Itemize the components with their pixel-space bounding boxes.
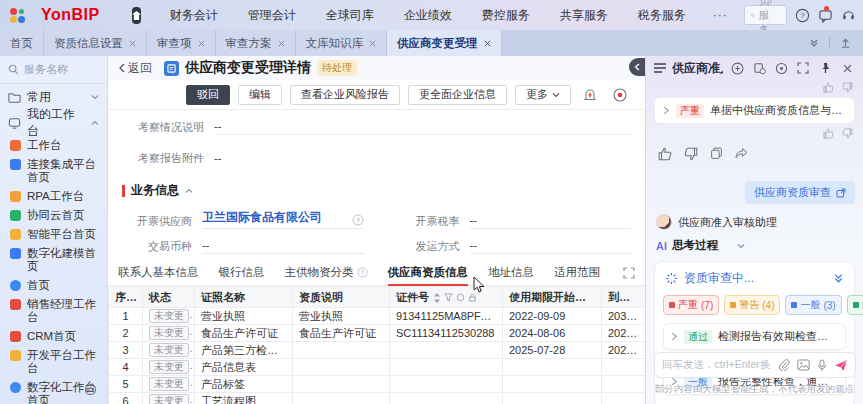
sidebar-item-collab-cloud[interactable]: 协同云首页	[0, 206, 107, 225]
more-button[interactable]: 更多	[515, 85, 571, 105]
menu-icon[interactable]	[654, 63, 666, 73]
risk-report-button[interactable]: 查看企业风险报告	[290, 85, 400, 105]
table-row[interactable]: 6 未变更 工艺流程图	[109, 393, 646, 404]
col-end-date[interactable]: 到期日	[602, 287, 646, 308]
record-target-icon[interactable]	[609, 84, 631, 106]
nav-item-finance[interactable]: 财务会计	[159, 7, 229, 24]
sidebar-item-crm[interactable]: CRM首页	[0, 327, 107, 346]
thumb-up-icon[interactable]	[823, 82, 834, 93]
tab-review-plan[interactable]: 审查方案	[216, 30, 296, 56]
reject-button[interactable]: 驳回	[186, 85, 230, 105]
panel-collapse-toggle[interactable]	[629, 58, 645, 76]
nav-more-icon[interactable]: ···	[705, 8, 736, 22]
microphone-icon[interactable]	[817, 359, 827, 372]
pin-icon[interactable]	[817, 60, 833, 76]
edit-button[interactable]: 编辑	[238, 85, 282, 105]
thumb-up-icon[interactable]	[823, 128, 834, 139]
sidebar-search-input[interactable]: 服务名称	[0, 56, 107, 84]
close-panel-icon[interactable]	[839, 60, 855, 76]
finding-card-passed[interactable]: 通过 检测报告有效期检查，如果没有...	[663, 323, 846, 350]
nav-item-expense[interactable]: 费控服务	[471, 7, 541, 24]
question-circle-icon[interactable]: ?	[352, 214, 364, 226]
share-icon[interactable]	[735, 147, 748, 160]
col-start-date[interactable]: 使用期限开始日期	[503, 287, 602, 308]
col-state[interactable]: 状态	[143, 287, 195, 308]
table-row[interactable]: 1 未变更 营业执照营业执照 91341125MA8PFAM46B2022-09…	[109, 308, 646, 325]
back-button[interactable]: 返回	[118, 60, 152, 77]
help-icon[interactable]: ?	[795, 2, 810, 28]
badge-severe[interactable]: 严重(7)	[663, 295, 719, 315]
new-chat-icon[interactable]	[729, 60, 745, 76]
sidebar-item-workbench[interactable]: 工作台	[0, 136, 107, 155]
table-row[interactable]: 4 未变更 产品信息表	[109, 359, 646, 376]
col-cert-name[interactable]: 证照名称	[195, 287, 293, 308]
qualification-review-button[interactable]: 供应商资质审查	[745, 181, 855, 204]
send-icon[interactable]	[834, 359, 848, 372]
sidebar-item-dev-platform[interactable]: 开发平台工作台	[0, 346, 107, 378]
col-seq[interactable]: 序号	[109, 287, 143, 308]
sidebar-item-sales-manager[interactable]: 销售经理工作台	[0, 295, 107, 327]
nav-item-tax[interactable]: 税务服务	[627, 7, 697, 24]
table-row[interactable]: 3 未变更 产品第三方检测报告 2025-07-282026-07-28	[109, 342, 646, 359]
image-icon[interactable]	[797, 359, 810, 371]
attachment-icon[interactable]	[778, 359, 790, 371]
field-value-inspection-attachment[interactable]: --	[214, 152, 631, 166]
share-up-icon[interactable]	[840, 38, 851, 49]
col-qual-desc[interactable]: 资质说明	[293, 287, 390, 308]
thumb-down-icon[interactable]	[842, 82, 853, 93]
tab-review-item[interactable]: 审查项	[147, 30, 216, 56]
subtab-applicable-scope[interactable]: 适用范围	[554, 260, 600, 286]
chevron-double-down-icon[interactable]	[833, 273, 844, 284]
sidebar-item-home[interactable]: 首页	[0, 276, 107, 295]
sidebar-item-integration[interactable]: 连接集成平台首页	[0, 155, 107, 187]
sidebar-item-digital-modeling[interactable]: 数字化建模首页	[0, 244, 107, 276]
nav-item-treasury[interactable]: 全球司库	[315, 7, 385, 24]
section-business-info[interactable]: 业务信息	[122, 182, 631, 199]
field-value-inspection-note[interactable]: --	[214, 120, 631, 135]
support-headset-icon[interactable]	[841, 2, 856, 28]
nav-item-performance[interactable]: 企业绩效	[393, 7, 463, 24]
thumb-down-icon[interactable]	[684, 147, 698, 161]
message-icon[interactable]	[818, 2, 833, 28]
tab-qualification-settings[interactable]: 资质信息设置	[44, 30, 147, 56]
sidebar-group-workbench[interactable]: 我的工作台	[0, 110, 107, 136]
sidebar-settings-gear-icon[interactable]	[84, 383, 97, 396]
thumb-up-icon[interactable]	[658, 147, 672, 161]
nav-item-management[interactable]: 管理会计	[237, 7, 307, 24]
expand-icon[interactable]	[795, 60, 811, 76]
home-icon[interactable]	[132, 7, 141, 24]
field-value-tax-rate[interactable]: --	[470, 214, 632, 229]
global-search-input[interactable]: 人员/服务等	[744, 5, 787, 25]
sidebar-item-rpa[interactable]: RPA工作台	[0, 187, 107, 206]
badge-normal[interactable]: 一般(3)	[785, 295, 841, 315]
target-icon[interactable]	[773, 60, 789, 76]
ai-thinking-toggle[interactable]: AI 思考过程	[646, 234, 863, 255]
subtab-contact-info[interactable]: 联系人基本信息	[118, 260, 199, 286]
enterprise-info-button[interactable]: 更全面企业信息	[408, 85, 507, 105]
history-icon[interactable]	[751, 60, 767, 76]
thumb-down-icon[interactable]	[842, 128, 853, 139]
subtab-address-info[interactable]: 地址信息	[488, 260, 534, 286]
tab-home[interactable]: 首页	[0, 30, 44, 56]
tab-supplier-change[interactable]: 供应商变更受理	[387, 30, 502, 56]
col-cert-no[interactable]: 证件号	[390, 287, 503, 308]
copy-icon[interactable]	[710, 147, 723, 160]
supplier-link[interactable]: 卫兰国际食品有限公司	[202, 209, 346, 226]
subtab-qualification-info[interactable]: 供应商资质信息	[388, 260, 469, 286]
badge-warning[interactable]: 警告(4)	[724, 295, 780, 315]
chevron-double-down-icon[interactable]	[809, 38, 819, 48]
finding-card-severe[interactable]: 严重 单据中供应商资质信息与对应附...	[654, 97, 855, 124]
nav-item-shared[interactable]: 共享服务	[549, 7, 619, 24]
chat-input[interactable]: 回车发送，ctrl+Enter换行	[654, 352, 856, 378]
badge-passed[interactable]: 通过(6)	[847, 295, 863, 315]
table-row[interactable]: 5 未变更 产品标签	[109, 376, 646, 393]
fullscreen-icon[interactable]	[623, 267, 635, 279]
alert-bell-icon[interactable]	[579, 84, 601, 106]
field-value-shipping[interactable]: --	[470, 239, 632, 254]
subtab-bank-info[interactable]: 银行信息	[219, 260, 265, 286]
field-value-currency[interactable]: --	[202, 239, 364, 254]
tab-knowledge-base[interactable]: 文库知识库	[296, 30, 388, 56]
sidebar-item-ai-platform[interactable]: 智能平台首页	[0, 225, 107, 244]
table-row[interactable]: 2 未变更 食品生产许可证食品生产许可证 SC11134112530288202…	[109, 325, 646, 342]
subtab-material-category[interactable]: 主供物资分类 ?	[285, 260, 368, 286]
